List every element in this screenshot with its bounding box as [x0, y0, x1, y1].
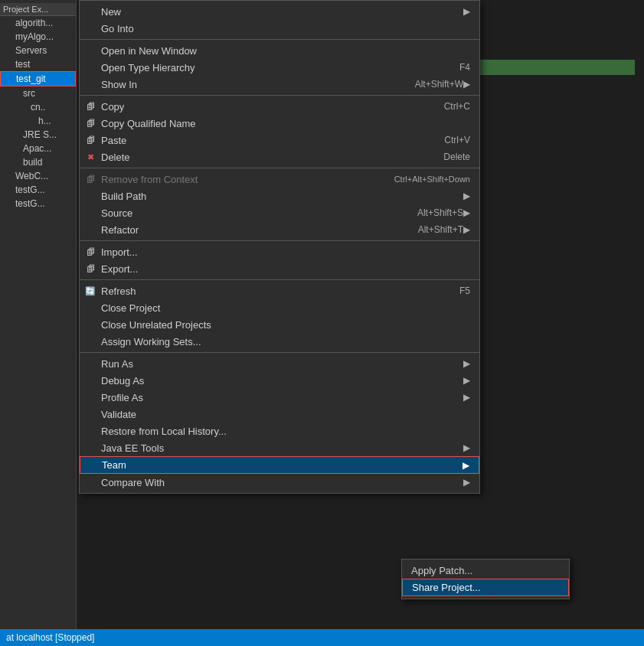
submenu-item-share-project[interactable]: Share Project...	[402, 579, 569, 596]
sidebar-item-myalgo[interactable]: myAlgo...	[0, 30, 76, 44]
menu-item-validate[interactable]: Validate	[80, 406, 479, 423]
sidebar-item-cn[interactable]: cn..	[0, 100, 76, 114]
menu-item-java-ee-tools[interactable]: Java EE Tools ▶	[80, 439, 479, 456]
menu-item-import[interactable]: 🗐 Import...	[80, 243, 479, 260]
menu-item-open-type-hierarchy[interactable]: Open Type Hierarchy F4	[80, 59, 479, 76]
separator-5	[80, 279, 479, 280]
remove-context-icon: 🗐	[84, 175, 96, 184]
sidebar-item-testg1[interactable]: testG...	[0, 183, 76, 197]
sidebar-item-testg2[interactable]: testG...	[0, 197, 76, 210]
delete-icon: ✖	[84, 152, 96, 162]
menu-item-source[interactable]: Source Alt+Shift+S ▶	[80, 204, 479, 221]
share-project-label: Share Project...	[412, 582, 481, 593]
sidebar-item-jre[interactable]: JRE S...	[0, 128, 76, 142]
menu-item-debug-as[interactable]: Debug As ▶	[80, 372, 479, 389]
menu-item-close-unrelated[interactable]: Close Unrelated Projects	[80, 316, 479, 333]
submenu-arrow-java-ee: ▶	[463, 442, 470, 453]
menu-item-open-new-window[interactable]: Open in New Window	[80, 42, 479, 59]
sidebar-item-servers[interactable]: Servers	[0, 44, 76, 57]
menu-item-build-path[interactable]: Build Path ▶	[80, 188, 479, 204]
import-icon: 🗐	[84, 247, 96, 256]
submenu-arrow-debug: ▶	[463, 375, 470, 386]
copy-qualified-icon: 🗐	[84, 119, 96, 128]
separator-4	[80, 240, 479, 241]
apply-patch-label: Apply Patch...	[411, 565, 472, 576]
sidebar-item-build[interactable]: build	[0, 155, 76, 169]
submenu-arrow-new: ▶	[463, 6, 470, 17]
menu-item-new[interactable]: New ▶	[80, 3, 479, 20]
menu-item-restore-history[interactable]: Restore from Local History...	[80, 423, 479, 439]
context-menu: New ▶ Go Into Open in New Window Open Ty…	[79, 0, 480, 494]
menu-item-go-into[interactable]: Go Into	[80, 20, 479, 37]
submenu-arrow-run: ▶	[463, 358, 470, 369]
menu-item-refresh[interactable]: 🔄 Refresh F5	[80, 282, 479, 299]
submenu-arrow-refactor: ▶	[463, 224, 470, 235]
sidebar-item-h[interactable]: h...	[0, 114, 76, 128]
submenu-arrow-show-in: ▶	[463, 79, 470, 90]
menu-item-profile-as[interactable]: Profile As ▶	[80, 389, 479, 406]
submenu-item-apply-patch[interactable]: Apply Patch...	[402, 562, 569, 579]
menu-item-copy[interactable]: 🗐 Copy Ctrl+C	[80, 98, 479, 115]
menu-item-refactor[interactable]: Refactor Alt+Shift+T ▶	[80, 221, 479, 238]
sidebar-item-test[interactable]: test	[0, 57, 76, 71]
submenu-arrow-team: ▶	[463, 460, 469, 471]
status-text: at localhost [Stopped]	[6, 632, 94, 643]
export-icon: 🗐	[84, 264, 96, 273]
sidebar-item-apac[interactable]: Apac...	[0, 142, 76, 155]
submenu-arrow-compare: ▶	[463, 477, 470, 488]
separator-6	[80, 352, 479, 353]
separator-2	[80, 95, 479, 96]
submenu-arrow-build: ▶	[463, 191, 470, 201]
menu-item-show-in[interactable]: Show In Alt+Shift+W ▶	[80, 76, 479, 93]
refresh-icon: 🔄	[84, 286, 96, 296]
sidebar-item-webc[interactable]: WebC...	[0, 169, 76, 183]
submenu-arrow-source: ▶	[463, 207, 470, 218]
status-bar: at localhost [Stopped]	[0, 629, 644, 646]
paste-icon: 🗐	[84, 135, 96, 145]
menu-item-delete[interactable]: ✖ Delete Delete	[80, 148, 479, 165]
menu-item-close-project[interactable]: Close Project	[80, 299, 479, 316]
menu-item-export[interactable]: 🗐 Export...	[80, 260, 479, 277]
menu-item-team[interactable]: Team ▶	[80, 456, 479, 474]
sidebar-item-test-git[interactable]: test_git	[0, 71, 76, 86]
team-submenu: Apply Patch... Share Project...	[401, 559, 570, 599]
menu-item-paste[interactable]: 🗐 Paste Ctrl+V	[80, 132, 479, 148]
sidebar-title: Project Ex...	[0, 3, 76, 16]
submenu-arrow-profile: ▶	[463, 392, 470, 403]
sidebar-item-src[interactable]: src	[0, 86, 76, 100]
separator-1	[80, 39, 479, 40]
menu-item-assign-working-sets[interactable]: Assign Working Sets...	[80, 333, 479, 350]
menu-item-run-as[interactable]: Run As ▶	[80, 355, 479, 372]
copy-icon: 🗐	[84, 102, 96, 111]
sidebar-item-algorith[interactable]: algorith...	[0, 16, 76, 30]
project-explorer: Project Ex... algorith... myAlgo... Serv…	[0, 0, 77, 646]
menu-item-remove-context: 🗐 Remove from Context Ctrl+Alt+Shift+Dow…	[80, 171, 479, 188]
menu-item-compare-with[interactable]: Compare With ▶	[80, 474, 479, 491]
menu-item-copy-qualified[interactable]: 🗐 Copy Qualified Name	[80, 115, 479, 132]
separator-3	[80, 168, 479, 168]
